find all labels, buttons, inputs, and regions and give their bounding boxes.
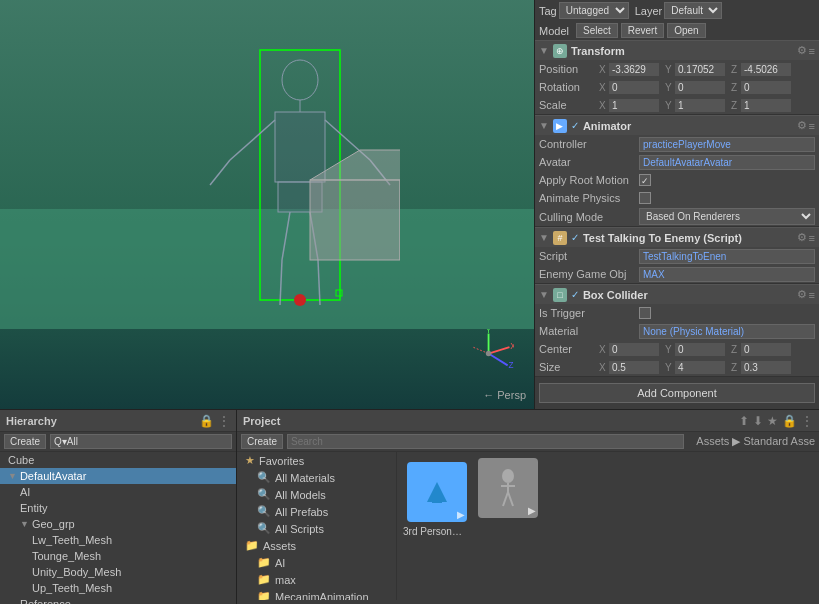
- asset-3rdperson[interactable]: ▶ 3rd Person ...: [403, 458, 471, 537]
- box-collider-icon: □: [553, 288, 567, 302]
- box-collider-check[interactable]: ✓: [571, 289, 579, 300]
- script-value[interactable]: TestTalkingToEnen: [639, 249, 815, 264]
- script-header[interactable]: ▼ # ✓ Test Talking To Enemy (Script) ⚙ ≡: [535, 227, 819, 247]
- center-x-input[interactable]: [609, 343, 659, 356]
- project-search-input[interactable]: [287, 434, 684, 449]
- script-check[interactable]: ✓: [571, 232, 579, 243]
- rot-z-input[interactable]: [741, 81, 791, 94]
- hierarchy-search-input[interactable]: [50, 434, 232, 449]
- project-toolbar: Create Assets ▶ Standard Asse: [237, 432, 819, 452]
- size-y-input[interactable]: [675, 361, 725, 374]
- animator-check[interactable]: ✓: [571, 120, 579, 131]
- hier-item-defaultavatar[interactable]: ▼ DefaultAvatar: [0, 468, 236, 484]
- enemy-value[interactable]: MAX: [639, 267, 815, 282]
- transform-menu-icon[interactable]: ≡: [809, 45, 815, 57]
- animate-physics-row: Animate Physics: [535, 189, 819, 207]
- layer-select[interactable]: Default: [664, 2, 722, 19]
- proj-all-scripts[interactable]: 🔍 All Scripts: [237, 520, 396, 537]
- avatar-value[interactable]: DefaultAvatarAvatar: [639, 155, 815, 170]
- proj-favorites[interactable]: ★ Favorites: [237, 452, 396, 469]
- svg-line-32: [503, 492, 508, 506]
- animate-physics-checkbox[interactable]: [639, 192, 651, 204]
- transform-section: ▼ ⊕ Transform ⚙ ≡ Position X Y: [535, 40, 819, 115]
- viewport[interactable]: X Y Z ← Persp: [0, 0, 534, 409]
- animator-title: Animator: [583, 120, 795, 132]
- gizmo: X Y Z: [464, 329, 514, 379]
- apply-root-motion-row: Apply Root Motion: [535, 171, 819, 189]
- hierarchy-create-button[interactable]: Create: [4, 434, 46, 449]
- hier-item-geogrp[interactable]: ▼ Geo_grp: [0, 516, 236, 532]
- proj-mecanim[interactable]: 📁 MecanimAnimation: [237, 588, 396, 600]
- asset-3rdperson-label: 3rd Person ...: [403, 526, 463, 537]
- project-star-icon[interactable]: ★: [767, 414, 778, 428]
- hier-item-reference[interactable]: Reference: [0, 596, 236, 604]
- size-z-input[interactable]: [741, 361, 791, 374]
- hier-item-lwteeth[interactable]: Lw_Teeth_Mesh: [0, 532, 236, 548]
- animator-header[interactable]: ▼ ▶ ✓ Animator ⚙ ≡: [535, 115, 819, 135]
- proj-all-prefabs[interactable]: 🔍 All Prefabs: [237, 503, 396, 520]
- hier-unitybody-label: Unity_Body_Mesh: [32, 566, 121, 578]
- hier-item-cube[interactable]: Cube: [0, 452, 236, 468]
- proj-all-models[interactable]: 🔍 All Models: [237, 486, 396, 503]
- center-y-input[interactable]: [675, 343, 725, 356]
- proj-assets[interactable]: 📁 Assets: [237, 537, 396, 554]
- hier-item-unitybody[interactable]: Unity_Body_Mesh: [0, 564, 236, 580]
- script-settings-icon[interactable]: ⚙: [797, 231, 807, 244]
- hier-item-tounge[interactable]: Tounge_Mesh: [0, 548, 236, 564]
- inspector-panel: Tag Untagged Layer Default Model Select …: [534, 0, 819, 409]
- pos-z-input[interactable]: [741, 63, 791, 76]
- select-button[interactable]: Select: [576, 23, 618, 38]
- box-collider-menu-icon[interactable]: ≡: [809, 289, 815, 301]
- project-more-icon[interactable]: ⋮: [801, 414, 813, 428]
- center-label: Center: [539, 343, 599, 355]
- scale-y-input[interactable]: [675, 99, 725, 112]
- apply-root-motion-checkbox[interactable]: [639, 174, 651, 186]
- pos-x-axis: X: [599, 64, 607, 75]
- project-create-button[interactable]: Create: [241, 434, 283, 449]
- pos-x-input[interactable]: [609, 63, 659, 76]
- open-button[interactable]: Open: [667, 23, 705, 38]
- transform-header[interactable]: ▼ ⊕ Transform ⚙ ≡: [535, 40, 819, 60]
- pos-y-input[interactable]: [675, 63, 725, 76]
- proj-all-materials[interactable]: 🔍 All Materials: [237, 469, 396, 486]
- material-value[interactable]: None (Physic Material): [639, 324, 815, 339]
- size-x-input[interactable]: [609, 361, 659, 374]
- scale-x-input[interactable]: [609, 99, 659, 112]
- box-collider-header[interactable]: ▼ □ ✓ Box Collider ⚙ ≡: [535, 284, 819, 304]
- transform-settings-icon[interactable]: ⚙: [797, 44, 807, 57]
- project-lock-icon[interactable]: 🔒: [782, 414, 797, 428]
- project-upload-icon[interactable]: ⬆: [739, 414, 749, 428]
- hier-item-upteeth[interactable]: Up_Teeth_Mesh: [0, 580, 236, 596]
- svg-text:Z: Z: [509, 361, 514, 370]
- rot-y-input[interactable]: [675, 81, 725, 94]
- hierarchy-lock-icon[interactable]: 🔒: [199, 414, 214, 428]
- project-download-icon[interactable]: ⬇: [753, 414, 763, 428]
- mecanim-folder-icon: 📁: [257, 590, 271, 600]
- add-component-button[interactable]: Add Component: [539, 383, 815, 403]
- tag-select[interactable]: Untagged: [559, 2, 629, 19]
- box-collider-settings-icon[interactable]: ⚙: [797, 288, 807, 301]
- is-trigger-checkbox[interactable]: [639, 307, 651, 319]
- animator-menu-icon[interactable]: ≡: [809, 120, 815, 132]
- proj-ai[interactable]: 📁 AI: [237, 554, 396, 571]
- controller-value[interactable]: practicePlayerMove: [639, 137, 815, 152]
- hier-item-ai[interactable]: AI: [0, 484, 236, 500]
- animate-physics-label: Animate Physics: [539, 192, 639, 204]
- apply-root-motion-label: Apply Root Motion: [539, 174, 639, 186]
- scale-z-input[interactable]: [741, 99, 791, 112]
- culling-mode-row: Culling Mode Based On Renderers: [535, 207, 819, 226]
- culling-mode-select[interactable]: Based On Renderers: [639, 208, 815, 225]
- asset-second[interactable]: ▶: [478, 458, 538, 518]
- rot-y-axis: Y: [665, 82, 673, 93]
- hierarchy-more-icon[interactable]: ⋮: [218, 414, 230, 428]
- center-z-field: Z: [731, 343, 791, 356]
- center-z-input[interactable]: [741, 343, 791, 356]
- proj-max[interactable]: 📁 max: [237, 571, 396, 588]
- all-prefabs-icon: 🔍: [257, 505, 271, 518]
- hier-item-entity[interactable]: Entity: [0, 500, 236, 516]
- animator-settings-icon[interactable]: ⚙: [797, 119, 807, 132]
- rot-x-input[interactable]: [609, 81, 659, 94]
- revert-button[interactable]: Revert: [621, 23, 664, 38]
- script-title: Test Talking To Enemy (Script): [583, 232, 795, 244]
- script-menu-icon[interactable]: ≡: [809, 232, 815, 244]
